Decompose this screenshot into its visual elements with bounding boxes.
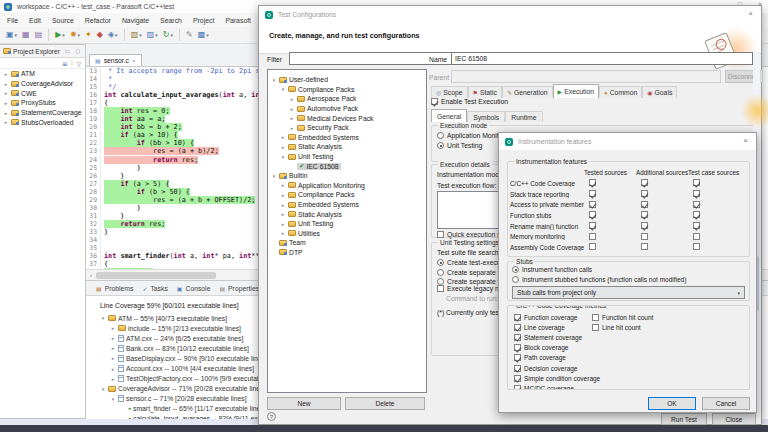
close-button[interactable]: Close bbox=[712, 413, 756, 425]
twistie-icon[interactable]: ▸ bbox=[280, 192, 286, 198]
twistie-icon[interactable]: ▸ bbox=[3, 81, 9, 87]
view-minmax-icons[interactable]: ▭ ◻ bbox=[65, 48, 82, 54]
twistie-icon[interactable]: ▾ bbox=[271, 77, 277, 83]
enable-test-execution-checkbox[interactable] bbox=[431, 98, 438, 105]
feature-checkbox[interactable] bbox=[693, 179, 700, 186]
tree-item-builtin[interactable]: ▾Builtin bbox=[268, 171, 426, 181]
scroll-left-icon[interactable]: ‹ bbox=[86, 272, 96, 278]
run-icon[interactable]: ▶▾ bbox=[54, 29, 66, 42]
tab-static[interactable]: ⚑Static bbox=[468, 86, 502, 98]
new-button[interactable]: New bbox=[267, 397, 341, 410]
enable-test-execution-row[interactable]: Enable Test Execution bbox=[431, 98, 508, 105]
collapse-all-icon[interactable]: ⊞ bbox=[62, 60, 67, 67]
feature-checkbox[interactable] bbox=[589, 211, 596, 218]
tree-item-embedded-systems[interactable]: ▸Embedded Systems bbox=[268, 133, 426, 143]
twistie-icon[interactable]: ▾ bbox=[110, 396, 116, 402]
menu-search[interactable]: Search bbox=[160, 17, 182, 24]
explorer-item-coverageadvisor[interactable]: ▸CoverageAdvisor bbox=[0, 79, 85, 89]
metric-checkbox[interactable] bbox=[592, 324, 599, 331]
link-editor-icon[interactable]: ↕ bbox=[70, 60, 73, 66]
menu-project[interactable]: Project bbox=[193, 17, 214, 24]
metric-checkbox[interactable] bbox=[514, 314, 521, 321]
radio-icon[interactable] bbox=[512, 266, 519, 273]
metric-line-coverage[interactable]: Line coverage bbox=[514, 324, 592, 331]
tree-item-static-analysis[interactable]: ▸Static Analysis bbox=[268, 142, 426, 152]
radio-icon[interactable] bbox=[437, 259, 444, 266]
metric-mc-dc-coverage[interactable]: MC/DC coverage bbox=[514, 385, 574, 389]
metric-checkbox[interactable] bbox=[514, 344, 521, 351]
feature-checkbox[interactable] bbox=[641, 190, 648, 197]
run-test-button[interactable]: Run Test bbox=[661, 413, 707, 425]
new-project-icon[interactable]: ▧▾ bbox=[130, 29, 143, 42]
explorer-item-statementcoverage[interactable]: ▸StatementCoverage bbox=[0, 108, 85, 118]
new-wizard-icon[interactable]: ▣▾ bbox=[5, 29, 18, 42]
ok-button[interactable]: OK bbox=[648, 397, 696, 410]
twistie-icon[interactable]: ▸ bbox=[280, 134, 286, 140]
metric-line-hit-count[interactable]: Line hit count bbox=[592, 324, 641, 331]
execute-legacy-row[interactable]: Execute legacy nati bbox=[437, 285, 506, 292]
instr-dialog-close-icon[interactable]: × bbox=[743, 136, 748, 145]
twistie-icon[interactable]: ▸ bbox=[110, 366, 116, 372]
menu-edit[interactable]: Edit bbox=[29, 17, 41, 24]
twistie-icon[interactable]: ▸ bbox=[110, 376, 116, 382]
tab-close-icon[interactable]: × bbox=[132, 58, 136, 64]
tree-item-compliance-packs[interactable]: ▸Compliance Packs bbox=[268, 190, 426, 200]
feature-checkbox[interactable] bbox=[641, 201, 648, 208]
stub-calls-dropdown[interactable]: Stub calls from project only ▾ bbox=[512, 286, 745, 299]
quick-execution-checkbox[interactable] bbox=[437, 231, 444, 238]
tree-item-team[interactable]: Team bbox=[268, 238, 426, 248]
tree-item-unit-testing[interactable]: ▾Unit Testing bbox=[268, 152, 426, 162]
metric-checkbox[interactable] bbox=[514, 334, 521, 341]
configurations-tree[interactable]: ▾User-defined▾Compliance Packs▸Aerospace… bbox=[267, 69, 427, 393]
tree-item-user-defined[interactable]: ▾User-defined bbox=[268, 75, 426, 85]
explorer-item-stubsoverloaded[interactable]: ▸StubsOverloaded bbox=[0, 117, 85, 127]
instr-dialog-titlebar[interactable]: Instrumentation features × bbox=[499, 133, 756, 150]
twistie-icon[interactable]: ▸ bbox=[280, 221, 286, 227]
view-menu-icon[interactable]: ▽ bbox=[76, 60, 81, 67]
hscroll-thumb[interactable] bbox=[96, 272, 216, 279]
refresh-icon[interactable]: ↻▾ bbox=[162, 29, 174, 42]
metric-decision-coverage[interactable]: Decision coverage bbox=[514, 365, 577, 372]
menu-navigate[interactable]: Navigate bbox=[122, 17, 149, 24]
tree-item-dtp[interactable]: DTP bbox=[268, 248, 426, 258]
twistie-icon[interactable]: ▸ bbox=[280, 144, 286, 150]
test-history-icon[interactable]: ✹▾ bbox=[69, 29, 81, 42]
metric-checkbox[interactable] bbox=[592, 314, 599, 321]
twistie-icon[interactable]: ▸ bbox=[3, 100, 9, 106]
tab-goals[interactable]: ◉Goals bbox=[642, 86, 677, 98]
editor-tab-sensor-c[interactable]: ▤ sensor.c × bbox=[89, 54, 142, 66]
coverage-icon[interactable]: ◈▾ bbox=[107, 29, 119, 42]
tree-item-automotive-pack[interactable]: ▸Automotive Pack bbox=[268, 104, 426, 114]
twistie-icon[interactable]: ▸ bbox=[280, 230, 286, 236]
help-icon[interactable]: ? bbox=[267, 412, 276, 421]
twistie-icon[interactable]: ▾ bbox=[280, 154, 286, 160]
tree-item-unit-testing[interactable]: ▸Unit Testing bbox=[268, 219, 426, 229]
feature-checkbox[interactable] bbox=[693, 201, 700, 208]
execute-legacy-checkbox[interactable] bbox=[437, 285, 444, 292]
grid-icon[interactable]: ▩▾ bbox=[197, 29, 210, 42]
twistie-icon[interactable]: ▾ bbox=[100, 386, 106, 392]
tree-item-aerospace-pack[interactable]: ▸Aerospace Pack bbox=[268, 94, 426, 104]
tab-common[interactable]: ●Common bbox=[599, 86, 642, 98]
radio-icon[interactable] bbox=[437, 269, 444, 276]
twistie-icon[interactable]: ▸ bbox=[280, 202, 286, 208]
delete-button[interactable]: Delete bbox=[345, 397, 425, 410]
feature-checkbox[interactable] bbox=[641, 211, 648, 218]
view-tab-tasks[interactable]: ✓Tasks bbox=[142, 285, 167, 292]
view-tab-console[interactable]: ▣Console bbox=[177, 285, 211, 292]
twistie-icon[interactable]: ▾ bbox=[271, 173, 277, 179]
tree-item-utilities[interactable]: ▸Utilities bbox=[268, 229, 426, 239]
menu-file[interactable]: File bbox=[7, 17, 18, 24]
twistie-icon[interactable]: ▸ bbox=[289, 96, 295, 102]
save-all-icon[interactable]: ▤ bbox=[34, 29, 44, 42]
twistie-icon[interactable]: ▾ bbox=[280, 86, 286, 92]
metric-checkbox[interactable] bbox=[514, 375, 521, 382]
name-input[interactable]: IEC 61508 bbox=[451, 52, 753, 65]
feature-checkbox[interactable] bbox=[641, 233, 648, 240]
feature-checkbox[interactable] bbox=[693, 233, 700, 240]
feature-checkbox[interactable] bbox=[589, 190, 596, 197]
save-icon[interactable]: ▦ bbox=[21, 29, 31, 42]
twistie-icon[interactable]: ▸ bbox=[280, 182, 286, 188]
twistie-icon[interactable]: ▸ bbox=[3, 110, 9, 116]
project-explorer-tab[interactable]: Project Explorer ▭ ◻ bbox=[0, 45, 85, 58]
